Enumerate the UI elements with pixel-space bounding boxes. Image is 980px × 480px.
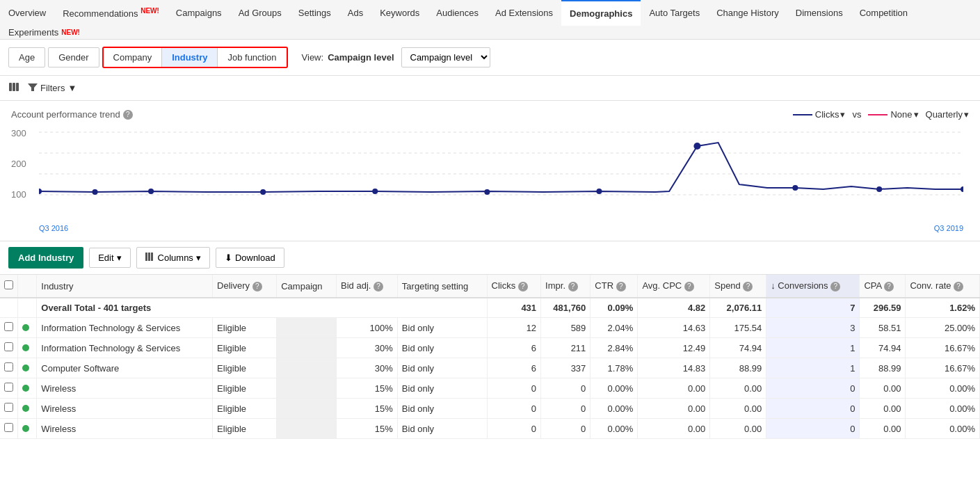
row-spend: 175.54 xyxy=(710,318,766,338)
th-impr[interactable]: Impr. ? xyxy=(541,275,591,298)
svg-rect-1 xyxy=(13,83,15,91)
impr-help[interactable]: ? xyxy=(568,282,578,291)
delivery-help[interactable]: ? xyxy=(252,282,262,291)
row-checkbox[interactable] xyxy=(0,378,18,399)
row-dot xyxy=(18,419,37,439)
conv-help[interactable]: ? xyxy=(830,282,840,291)
th-bid-adj[interactable]: Bid adj. ? xyxy=(337,275,398,298)
nav-change-history[interactable]: Change History xyxy=(708,1,787,25)
row-select-checkbox[interactable] xyxy=(4,383,13,392)
row-bid-adj: 15% xyxy=(337,399,398,419)
tab-company[interactable]: Company xyxy=(104,48,163,67)
tab-age[interactable]: Age xyxy=(8,47,45,67)
chart-area xyxy=(39,125,963,223)
download-button[interactable]: ⬇ Download xyxy=(216,248,284,268)
vs-label: vs xyxy=(852,109,861,120)
nav-overview[interactable]: Overview xyxy=(0,1,54,25)
total-conversions: 7 xyxy=(766,298,860,318)
clicks-help[interactable]: ? xyxy=(518,282,528,291)
table-row: Information Technology & Services Eligib… xyxy=(0,338,980,358)
svg-point-12 xyxy=(372,189,378,194)
nav-campaigns[interactable]: Campaigns xyxy=(168,1,230,25)
ctr-help[interactable]: ? xyxy=(616,282,626,291)
th-ctr[interactable]: CTR ? xyxy=(591,275,638,298)
th-conversions[interactable]: ↓ Conversions ? xyxy=(766,275,860,298)
row-bid-adj: 30% xyxy=(337,338,398,358)
nav-auto-targets[interactable]: Auto Targets xyxy=(641,1,708,25)
row-avg-cpc: 12.49 xyxy=(638,338,710,358)
total-clicks: 431 xyxy=(487,298,541,318)
row-select-checkbox[interactable] xyxy=(4,423,13,432)
chart-x-labels: Q3 2016 Q3 2019 xyxy=(39,224,963,232)
add-industry-button[interactable]: Add Industry xyxy=(8,247,83,269)
clicks-dropdown[interactable]: Clicks ▾ xyxy=(815,109,846,120)
svg-marker-3 xyxy=(28,83,38,91)
row-spend: 0.00 xyxy=(710,378,766,399)
nav-settings[interactable]: Settings xyxy=(290,1,339,25)
legend-clicks[interactable]: Clicks ▾ xyxy=(793,109,846,120)
row-clicks: 6 xyxy=(487,358,541,378)
th-delivery[interactable]: Delivery ? xyxy=(213,275,277,298)
columns-icon-button[interactable] xyxy=(8,81,19,95)
th-avg-cpc[interactable]: Avg. CPC ? xyxy=(638,275,710,298)
quarterly-dropdown[interactable]: Quarterly ▾ xyxy=(926,109,969,120)
th-targeting[interactable]: Targeting setting xyxy=(397,275,487,298)
nav-ad-groups[interactable]: Ad Groups xyxy=(230,1,290,25)
row-checkbox[interactable] xyxy=(0,399,18,419)
nav-keywords[interactable]: Keywords xyxy=(371,1,428,25)
nav-ad-extensions[interactable]: Ad Extensions xyxy=(487,1,561,25)
none-dropdown[interactable]: None ▾ xyxy=(890,109,918,120)
row-conversions: 1 xyxy=(766,338,860,358)
spend-help[interactable]: ? xyxy=(743,282,753,291)
bid-help[interactable]: ? xyxy=(373,282,383,291)
total-spend: 2,076.11 xyxy=(710,298,766,318)
th-spend[interactable]: Spend ? xyxy=(710,275,766,298)
chart-help-icon[interactable]: ? xyxy=(123,110,133,120)
row-select-checkbox[interactable] xyxy=(4,342,13,351)
legend-none[interactable]: None ▾ xyxy=(868,109,918,120)
edit-button[interactable]: Edit ▾ xyxy=(89,248,130,268)
cpc-help[interactable]: ? xyxy=(684,282,694,291)
row-select-checkbox[interactable] xyxy=(4,362,13,371)
tab-job-function[interactable]: Job function xyxy=(218,48,286,67)
view-dropdown[interactable]: Campaign level Ad group level xyxy=(401,47,490,67)
filters-button[interactable]: Filters ▼ xyxy=(28,82,77,94)
chart-legend: Clicks ▾ vs None ▾ Quarterly ▾ xyxy=(793,109,969,120)
x-label-end: Q3 2019 xyxy=(934,224,963,232)
status-dot xyxy=(22,365,29,371)
nav-demographics[interactable]: Demographics xyxy=(561,0,641,26)
columns-button[interactable]: Columns ▾ xyxy=(136,247,210,269)
legend-quarterly[interactable]: Quarterly ▾ xyxy=(926,109,969,120)
row-impr: 211 xyxy=(541,338,591,358)
th-campaign[interactable]: Campaign xyxy=(277,275,337,298)
th-cpa[interactable]: CPA ? xyxy=(860,275,906,298)
conv-rate-help[interactable]: ? xyxy=(954,282,963,291)
nav-ads[interactable]: Ads xyxy=(339,1,371,25)
tab-gender[interactable]: Gender xyxy=(48,47,99,67)
nav-dimensions[interactable]: Dimensions xyxy=(787,1,851,25)
row-checkbox[interactable] xyxy=(0,318,18,338)
row-select-checkbox[interactable] xyxy=(4,322,13,331)
th-conv-rate[interactable]: Conv. rate ? xyxy=(906,275,980,298)
row-industry: Computer Software xyxy=(37,358,213,378)
th-industry[interactable]: Industry xyxy=(37,275,213,298)
data-table: Industry Delivery ? Campaign Bid adj. ? … xyxy=(0,275,980,439)
row-select-checkbox[interactable] xyxy=(4,403,13,412)
nav-audiences[interactable]: Audiences xyxy=(428,1,487,25)
tab-industry[interactable]: Industry xyxy=(162,48,218,67)
nav-competition[interactable]: Competition xyxy=(851,1,916,25)
select-all-checkbox[interactable] xyxy=(4,280,13,289)
chart-section: Account performance trend ? Clicks ▾ vs … xyxy=(0,101,980,241)
th-checkbox[interactable] xyxy=(0,275,18,298)
columns-chevron: ▾ xyxy=(196,253,201,263)
svg-rect-2 xyxy=(16,83,19,91)
cpa-help[interactable]: ? xyxy=(884,282,894,291)
nav-recommendations[interactable]: Recommendations NEW! xyxy=(54,0,168,26)
th-clicks[interactable]: Clicks ? xyxy=(487,275,541,298)
row-conv-rate: 16.67% xyxy=(906,358,980,378)
row-checkbox[interactable] xyxy=(0,358,18,378)
edit-chevron: ▾ xyxy=(117,253,122,263)
row-checkbox[interactable] xyxy=(0,419,18,439)
row-checkbox[interactable] xyxy=(0,338,18,358)
view-label: View: xyxy=(302,52,324,63)
